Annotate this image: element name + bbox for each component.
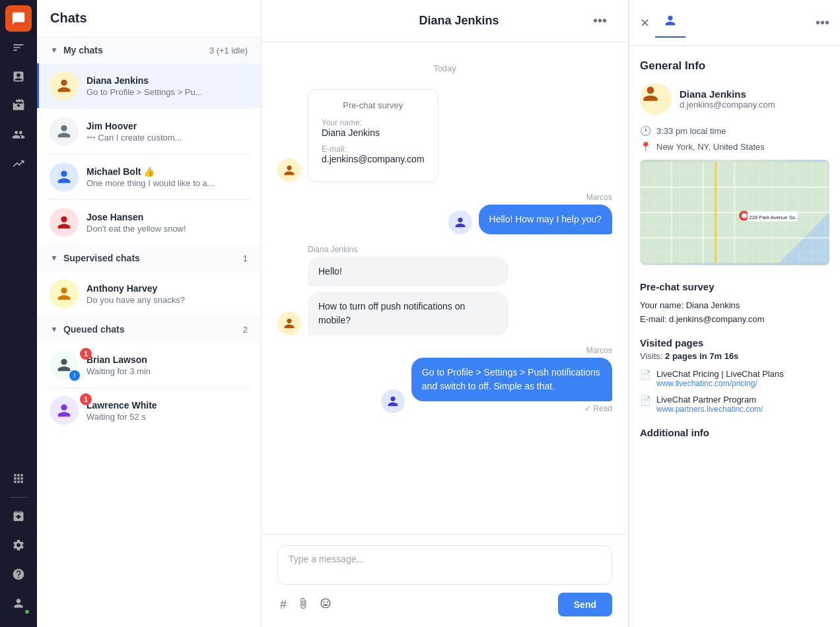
user-avatar-icon[interactable] (5, 590, 32, 616)
page-info-2: LiveChat Partner Program www.partners.li… (656, 395, 763, 414)
stats-nav-icon[interactable] (5, 150, 32, 177)
chat-header: Diana Jenkins ••• (262, 0, 628, 42)
chat-nav-icon[interactable] (5, 5, 32, 32)
diana-bubble-1: Hello! (308, 257, 508, 286)
queued-chats-section-header[interactable]: ▼ Queued chats 2 (37, 316, 261, 343)
page-title-2: LiveChat Partner Program (656, 395, 763, 405)
chat-header-name: Diana Jenkins (338, 14, 580, 28)
svg-text:228 Park Avenue So...: 228 Park Avenue So... (750, 214, 800, 220)
general-info-section: General Info Diana Jenkins d.jenkins@com… (640, 59, 829, 265)
diana-preview: Go to Profile > Settings > Pu... (87, 87, 250, 97)
emoji-button[interactable] (317, 595, 334, 615)
chat-item-brian[interactable]: f 1 Brian Lawson Waiting for 3 min (37, 343, 261, 387)
local-time-text: 3:33 pm local time (656, 126, 726, 136)
sidebar-title: Chats (37, 0, 261, 37)
details-user-tab[interactable] (655, 8, 685, 38)
michael-chat-info: Michael Bolt 👍 One more thing I would li… (87, 166, 250, 188)
svg-rect-12 (748, 211, 798, 221)
details-user-email: d.jenkins@company.com (680, 100, 775, 110)
supervised-chats-label: Supervised chats (63, 253, 243, 263)
queued-chats-chevron: ▼ (50, 325, 58, 334)
brian-chat-info: Brian Lawson Waiting for 3 min (87, 354, 250, 376)
my-chats-chevron: ▼ (50, 46, 58, 55)
marcos-msg-content-1: Marcos Hello! How may I help you? (479, 193, 612, 234)
page-icon-1: 📄 (640, 370, 651, 380)
map-bg: 228 Park Avenue So... (640, 160, 829, 265)
team-nav-icon[interactable] (5, 121, 32, 148)
chat-item-michael[interactable]: Michael Bolt 👍 One more thing I would li… (37, 154, 261, 199)
chat-item-lawrence[interactable]: 1 Lawrence White Waiting for 52 s (37, 388, 261, 433)
my-chats-label: My chats (63, 45, 209, 55)
location-text: New York, NY, United States (656, 142, 765, 152)
my-chats-section-header[interactable]: ▼ My chats 3 (+1 idle) (37, 37, 261, 63)
anthony-preview: Do you have any snacks? (87, 295, 250, 305)
icon-bar (0, 0, 37, 627)
michael-name: Michael Bolt 👍 (87, 166, 250, 177)
details-user-info: Diana Jenkins d.jenkins@company.com (680, 88, 775, 110)
jose-avatar-wrap (50, 208, 79, 237)
survey-card: Pre-chat survey Your name: Diana Jenkins… (308, 89, 438, 182)
icon-bar-nav (5, 5, 32, 463)
local-time-row: 🕐 3:33 pm local time (640, 125, 829, 136)
lawrence-avatar (50, 396, 79, 425)
jim-chat-info: Jim Hoover ••• Can I create custom... (87, 121, 250, 143)
details-user-avatar (640, 83, 672, 115)
lawrence-avatar-wrap: 1 (50, 396, 79, 425)
svg-point-10 (739, 211, 749, 220)
details-close-button[interactable]: ✕ (640, 16, 650, 30)
brian-name: Brian Lawson (87, 354, 250, 365)
lawrence-unread-badge: 1 (80, 393, 92, 405)
send-button[interactable]: Send (558, 593, 612, 616)
activity-nav-icon[interactable] (5, 34, 32, 61)
attachment-button[interactable] (295, 595, 312, 615)
jim-name: Jim Hoover (87, 121, 250, 131)
anthony-avatar (50, 279, 79, 308)
icon-bar-bottom (5, 465, 32, 622)
brian-avatar-wrap: f 1 (50, 350, 79, 380)
typing-indicator: ••• (87, 133, 96, 143)
diana-msg-content-1: Diana Jenkins Hello! How to turn off pus… (308, 245, 508, 335)
pre-chat-survey-section: Pre-chat survey Your name: Diana Jenkins… (640, 281, 829, 324)
hashtag-button[interactable]: # (277, 595, 289, 615)
jim-avatar-wrap (50, 117, 79, 146)
additional-info-title: Additional info (640, 427, 829, 438)
jose-name: Jose Hansen (87, 212, 250, 222)
chat-item-jim[interactable]: Jim Hoover ••• Can I create custom... (37, 109, 261, 154)
survey-name-label: Your name: (322, 118, 425, 127)
input-placeholder: Type a message... (289, 554, 364, 564)
visited-pages-section: Visited pages Visits: 2 pages in 7m 16s … (640, 337, 829, 414)
page-item-2: 📄 LiveChat Partner Program www.partners.… (640, 395, 829, 414)
michael-avatar-wrap (50, 162, 79, 191)
general-info-user: Diana Jenkins d.jenkins@company.com (640, 83, 829, 115)
details-more-button[interactable]: ••• (816, 15, 829, 30)
settings-icon[interactable] (5, 532, 32, 558)
reports-nav-icon[interactable] (5, 63, 32, 90)
queued-chats-count: 2 (243, 325, 248, 335)
message-row-marcos-1: Marcos Hello! How may I help you? (277, 193, 612, 234)
pre-chat-email-row: E-mail: d.jenkins@company.com (640, 314, 829, 324)
chat-item-jose[interactable]: Jose Hansen Don't eat the yellow snow! (37, 200, 261, 245)
survey-name-field: Your name: Diana Jenkins (322, 118, 425, 138)
anthony-chat-info: Anthony Harvey Do you have any snacks? (87, 283, 250, 305)
diana-msg-avatar-2 (277, 312, 301, 335)
clock-icon: 🕐 (640, 125, 651, 136)
page-url-2[interactable]: www.partners.livechatinc.com/ (656, 405, 763, 414)
archive-icon[interactable] (5, 503, 32, 529)
chat-more-button[interactable]: ••• (588, 11, 612, 31)
visited-meta: Visits: 2 pages in 7m 16s (640, 351, 829, 361)
message-row-marcos-2: Marcos Go to Profile > Settings > Push n… (277, 346, 612, 413)
supervised-chats-section-header[interactable]: ▼ Supervised chats 1 (37, 245, 261, 271)
apps-icon[interactable] (5, 465, 32, 492)
general-info-title: General Info (640, 59, 829, 73)
michael-emoji: 👍 (143, 166, 155, 177)
survey-name-value: Diana Jenkins (322, 127, 425, 138)
jose-avatar (50, 208, 79, 237)
message-input[interactable]: Type a message... (277, 545, 612, 585)
chat-main: Diana Jenkins ••• Today Pre-chat survey … (262, 0, 629, 627)
help-icon[interactable] (5, 561, 32, 587)
tickets-nav-icon[interactable] (5, 92, 32, 119)
chat-item-diana[interactable]: Diana Jenkins Go to Profile > Settings >… (37, 63, 261, 108)
chat-item-anthony[interactable]: Anthony Harvey Do you have any snacks? (37, 271, 261, 316)
message-row-diana-1: Diana Jenkins Hello! How to turn off pus… (277, 245, 612, 335)
page-url-1[interactable]: www.livechatinc.com/pricing/ (656, 379, 784, 388)
